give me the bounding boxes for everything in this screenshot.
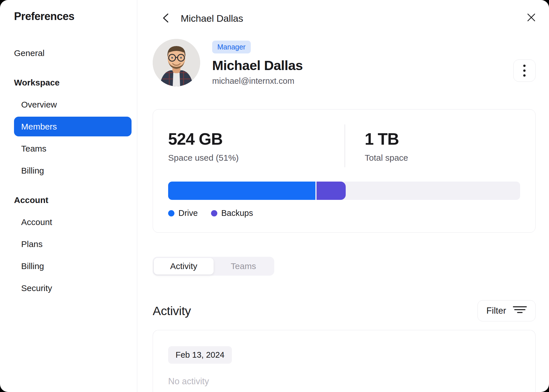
storage-legend: Drive Backups <box>168 208 520 218</box>
close-icon <box>526 12 537 24</box>
filter-lines-icon <box>513 305 527 316</box>
legend-item-backups: Backups <box>211 208 253 218</box>
sidebar-item-billing-workspace[interactable]: Billing <box>14 161 131 180</box>
close-button[interactable] <box>524 11 538 25</box>
profile-email: michael@internxt.com <box>212 76 303 86</box>
tab-activity[interactable]: Activity <box>154 258 214 274</box>
no-activity-text: No activity <box>168 376 520 387</box>
filter-button[interactable]: Filter <box>478 300 536 321</box>
sidebar-section-workspace: Workspace <box>14 73 131 92</box>
sidebar-item-members[interactable]: Members <box>14 117 132 136</box>
sidebar-item-teams[interactable]: Teams <box>14 139 131 158</box>
backups-dot-icon <box>211 210 217 216</box>
total-space-stat: 1 TB Total space <box>345 130 408 163</box>
avatar <box>153 39 200 86</box>
sidebar-item-general[interactable]: General <box>14 43 131 63</box>
sidebar-item-billing-account[interactable]: Billing <box>14 256 131 276</box>
drive-dot-icon <box>168 210 174 216</box>
legend-label-backups: Backups <box>221 208 253 218</box>
sidebar-section-account: Account <box>14 190 131 210</box>
preferences-window: Preferences General Workspace Overview M… <box>0 0 549 392</box>
storage-stats: 524 GB Space used (51%) 1 TB Total space <box>168 130 520 167</box>
date-badge: Feb 13, 2024 <box>168 346 232 364</box>
member-name-title: Michael Dallas <box>181 13 243 24</box>
activity-teams-tabs: Activity Teams <box>153 257 274 276</box>
space-used-stat: 524 GB Space used (51%) <box>168 130 345 163</box>
panel-header: Michael Dallas <box>153 0 536 24</box>
progress-segment-backups <box>317 182 346 200</box>
activity-header: Activity Filter <box>153 300 536 321</box>
chevron-left-icon <box>161 12 171 25</box>
back-button[interactable] <box>160 12 172 25</box>
space-used-label: Space used (51%) <box>168 153 345 163</box>
total-space-label: Total space <box>365 153 408 163</box>
sidebar: Preferences General Workspace Overview M… <box>0 0 137 392</box>
sidebar-item-overview[interactable]: Overview <box>14 95 131 114</box>
tab-teams[interactable]: Teams <box>214 258 273 274</box>
role-badge: Manager <box>212 41 251 53</box>
storage-usage-card: 524 GB Space used (51%) 1 TB Total space… <box>153 109 536 233</box>
sidebar-item-security[interactable]: Security <box>14 278 131 298</box>
activity-heading: Activity <box>153 304 191 318</box>
member-detail-panel: Michael Dallas <box>137 0 549 392</box>
sidebar-nav: General Workspace Overview Members Teams… <box>14 43 131 298</box>
sidebar-item-plans[interactable]: Plans <box>14 234 131 254</box>
kebab-menu-icon <box>523 65 526 77</box>
profile-info: Manager Michael Dallas michael@internxt.… <box>212 39 303 86</box>
total-space-value: 1 TB <box>365 130 408 148</box>
profile-section: Manager Michael Dallas michael@internxt.… <box>153 39 536 86</box>
space-used-value: 524 GB <box>168 130 345 148</box>
legend-item-drive: Drive <box>168 208 198 218</box>
member-options-button[interactable] <box>513 59 536 82</box>
progress-segment-drive <box>168 182 315 200</box>
page-title: Preferences <box>14 10 131 23</box>
filter-button-label: Filter <box>486 306 506 316</box>
sidebar-item-account[interactable]: Account <box>14 212 131 232</box>
activity-feed-card: Feb 13, 2024 No activity <box>153 330 536 392</box>
storage-progress-bar <box>168 182 520 200</box>
profile-name: Michael Dallas <box>212 57 303 73</box>
legend-label-drive: Drive <box>178 208 198 218</box>
